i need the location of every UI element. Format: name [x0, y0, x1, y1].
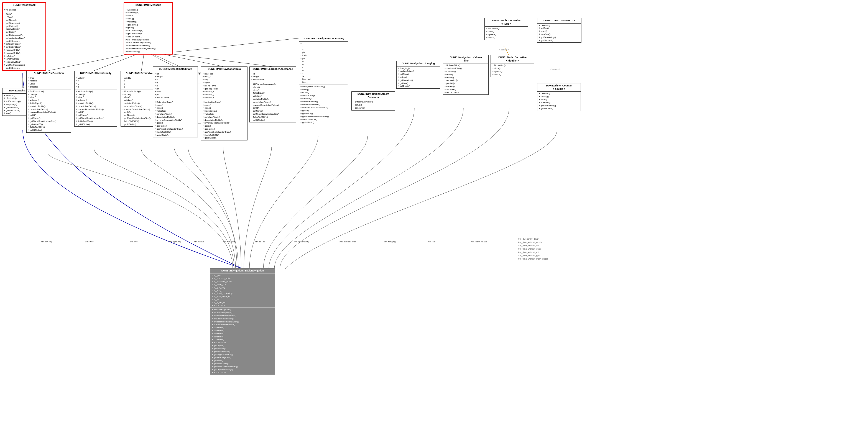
box-basicnavigation: DUNE::Navigation::BasicNavigation # m_rp… — [210, 268, 275, 375]
tasks-task-fields: # m_entities — [3, 8, 45, 12]
label-m-lbl-ac: #m_lbl_ac — [255, 241, 265, 243]
tasks-task-methods: + Task() + ~Task() + getName() + getSyst… — [3, 12, 45, 70]
box-kalmanfilter: DUNE::Navigation::KalmanFilter + KalmanF… — [443, 55, 489, 95]
label-m-time-without-depth: #m_time_without_depth — [518, 241, 542, 244]
label-m-gvel: #m_gvel — [130, 241, 138, 243]
box-watervelocity-header: DUNE::IMC::WaterVelocity — [74, 71, 117, 76]
label-m-dvl-rej: #m_dvl_rej — [41, 241, 52, 243]
label-m-navdata: #m_navdata — [223, 241, 235, 243]
label-m-estate: #m_estate — [194, 241, 204, 243]
box-time-counter-double: DUNE::Time::Counter< double > + Counter(… — [537, 83, 581, 111]
label-m-uncertainty: #m_uncertainty — [294, 241, 309, 243]
box-basicnavigation-header: DUNE::Navigation::BasicNavigation — [210, 269, 275, 274]
box-tasks-task: DUNE::Tasks::Task # m_entities + Task() … — [2, 2, 46, 71]
box-navigationdata: DUNE::IMC::NavigationData + bias_psi + b… — [201, 66, 247, 140]
label-m-stream-filter: #m_stream_filter — [340, 241, 356, 243]
label-double-1: < double > — [499, 49, 509, 51]
label-m-time-without-dvl: #m_time_without_dvl — [518, 251, 539, 253]
box-navigationdata-header: DUNE::IMC::NavigationData — [201, 67, 247, 72]
box-imc-message-header: DUNE::IMC::Message — [124, 3, 173, 8]
label-m-derv-heave: #m_derv_heave — [471, 241, 487, 243]
box-time-counter-t: DUNE::Time::Counter< T > + Counter() + s… — [537, 18, 582, 43]
box-lblrangeacceptance-header: DUNE::IMC::LblRangeAcceptance — [250, 67, 296, 72]
label-m-wvel: #m_wvel — [85, 241, 94, 243]
box-kalmanfilter-header: DUNE::Navigation::KalmanFilter — [443, 55, 488, 63]
box-watervelocity: DUNE::IMC::WaterVelocity + validity + x … — [74, 71, 117, 127]
box-navigationuncertainty: DUNE::IMC::NavigationUncertainty + x + y… — [299, 36, 348, 125]
box-estimatedstate-header: DUNE::IMC::EstimatedState — [153, 67, 197, 72]
label-double-2: < double > — [550, 68, 561, 70]
imc-message-methods: + Message() + ~Message() + clone() + cle… — [124, 8, 173, 54]
label-m-time-without-euler: #m_time_without_euler — [518, 248, 541, 250]
box-navigationuncertainty-header: DUNE::IMC::NavigationUncertainty — [299, 36, 348, 41]
label-m-time-without-alt: #m_time_without_alt — [518, 244, 538, 247]
box-imc-message: DUNE::IMC::Message + Message() + ~Messag… — [124, 2, 173, 55]
box-math-derivative-double-header: DUNE::Math::Derivative< double > — [491, 55, 534, 63]
box-tasks-task-header: DUNE::Tasks::Task — [3, 3, 45, 8]
box-time-counter-t-header: DUNE::Time::Counter< T > — [537, 18, 581, 24]
box-dvlrejection: DUNE::IMC::DvlRejection + type + reason … — [26, 71, 71, 133]
box-math-derivative-double: DUNE::Math::Derivative< double > + Deriv… — [491, 55, 534, 77]
box-time-counter-double-header: DUNE::Time::Counter< double > — [537, 83, 581, 92]
box-ranging: DUNE::Navigation::Ranging + Ranging() + … — [396, 61, 440, 89]
box-dvlrejection-header: DUNE::IMC::DvlRejection — [27, 71, 71, 76]
label-m-ranging: #m_ranging — [384, 241, 396, 243]
box-lblrangeacceptance: DUNE::IMC::LblRangeAcceptance + id + ran… — [249, 66, 296, 122]
box-streamestimator: DUNE::Navigation::StreamEstimator + Stre… — [351, 91, 395, 111]
box-math-derivative-type: DUNE::Math::Derivative< Type > + Derivat… — [485, 18, 528, 40]
box-streamestimator-header: DUNE::Navigation::StreamEstimator — [352, 92, 395, 100]
label-m-time-without-main-depth: #m_time_without_main_depth — [518, 258, 548, 260]
label-m-time-without-gps: #m_time_without_gps — [518, 254, 540, 257]
box-math-derivative-type-header: DUNE::Math::Derivative< Type > — [485, 18, 528, 27]
box-ranging-header: DUNE::Navigation::Ranging — [397, 61, 440, 66]
label-m-gps-rej: #m_gps_rej — [169, 241, 181, 243]
box-estimatedstate: DUNE::IMC::EstimatedState + lat + height… — [153, 66, 198, 137]
diagram-container: DUNE::Tasks::Task # m_entities + Task() … — [0, 0, 868, 441]
label-m-dvl-sanity-timer: #m_dvl_sanity_timer — [518, 238, 538, 240]
label-m-kal: #m_kal — [428, 241, 435, 243]
